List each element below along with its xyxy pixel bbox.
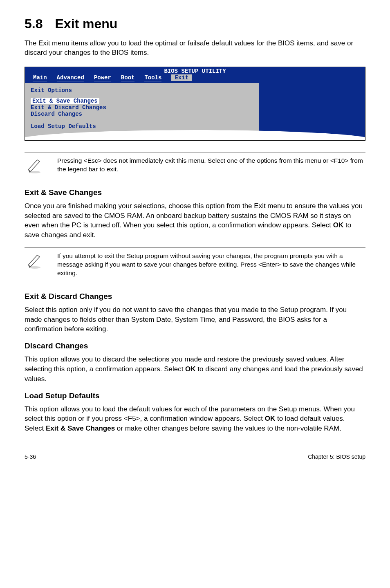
bios-item-discard: Discard Changes (31, 111, 253, 117)
section-number: 5.8 (25, 16, 43, 31)
bios-tab-advanced: Advanced (57, 74, 84, 81)
bios-tab-exit: Exit (171, 74, 192, 81)
bios-screenshot: BIOS SETUP UTILITY Main Advanced Power B… (25, 67, 365, 141)
subheading-exit-save: Exit & Save Changes (25, 188, 365, 197)
para-discard-bold: OK (185, 365, 196, 373)
svg-marker-1 (28, 160, 40, 171)
bios-item-selected-text: Exit & Save Changes (31, 98, 99, 104)
page-footer: 5-36 Chapter 5: BIOS setup (25, 450, 365, 460)
bios-tab-row: Main Advanced Power Boot Tools Exit (25, 74, 365, 83)
intro-paragraph: The Exit menu items allow you to load th… (25, 39, 365, 58)
section-title-text: Exit menu (55, 16, 117, 31)
bios-item-selected: Exit & Save Changes (31, 98, 253, 104)
para-exit-discard: Select this option only if you do not wa… (25, 305, 365, 334)
bios-tab-main: Main (33, 74, 47, 81)
bios-item-load-defaults: Load Setup Defaults (31, 123, 253, 130)
para-exit-save-bold: OK (333, 221, 344, 229)
subheading-load-defaults: Load Setup Defaults (25, 391, 365, 400)
bios-tab-boot: Boot (121, 74, 135, 81)
pencil-icon (25, 252, 45, 269)
para-exit-save-a: Once you are finished making your select… (25, 202, 363, 229)
bios-options-title: Exit Options (31, 87, 253, 94)
bios-item-discard-exit: Exit & Discard Changes (31, 104, 253, 111)
bios-tab-power: Power (94, 74, 111, 81)
para-ld-bold2: Exit & Save Changes (46, 424, 115, 432)
para-discard: This option allows you to discard the se… (25, 355, 365, 384)
section-heading: 5.8Exit menu (25, 16, 365, 31)
footer-chapter: Chapter 5: BIOS setup (308, 453, 365, 460)
para-exit-save: Once you are finished making your select… (25, 201, 365, 240)
note-2-text: If you attempt to exit the Setup program… (57, 252, 365, 278)
footer-page-number: 5-36 (25, 453, 36, 460)
pencil-icon (25, 157, 45, 174)
note-block-2: If you attempt to exit the Setup program… (25, 247, 365, 282)
note-block-1: Pressing <Esc> does not immediately exit… (25, 152, 365, 178)
para-load-defaults: This option allows you to load the defau… (25, 404, 365, 433)
para-ld-c: or make other changes before saving the … (115, 424, 341, 432)
para-ld-bold1: OK (265, 415, 276, 422)
svg-marker-4 (28, 255, 40, 267)
subheading-exit-discard: Exit & Discard Changes (25, 292, 365, 301)
bios-tab-tools: Tools (144, 74, 161, 81)
bios-title: BIOS SETUP UTILITY (25, 67, 365, 74)
note-1-text: Pressing <Esc> does not immediately exit… (57, 157, 365, 174)
subheading-discard: Discard Changes (25, 341, 365, 350)
